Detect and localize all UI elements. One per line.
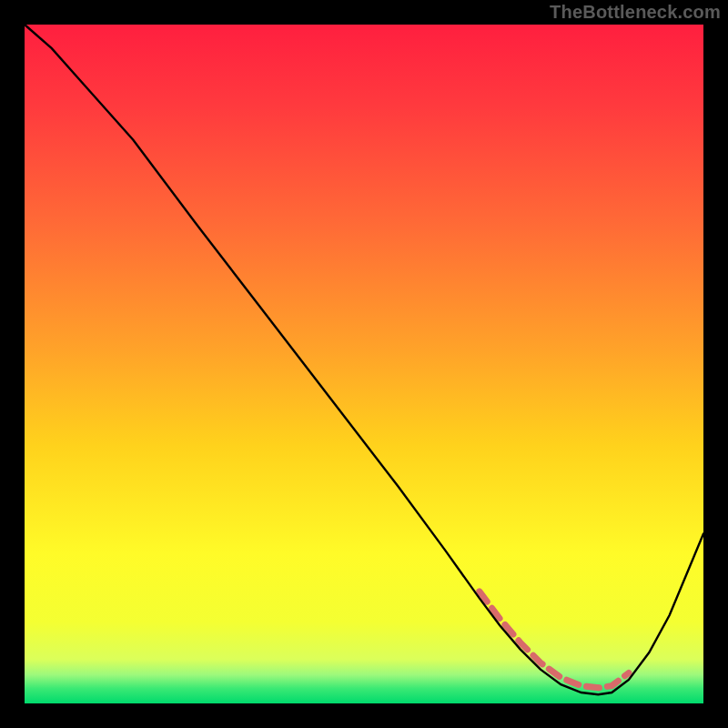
bottleneck-chart: [0, 0, 728, 728]
plot-background: [25, 25, 703, 703]
chart-container: { "watermark": "TheBottleneck.com", "cha…: [0, 0, 728, 728]
watermark-text: TheBottleneck.com: [550, 2, 721, 23]
